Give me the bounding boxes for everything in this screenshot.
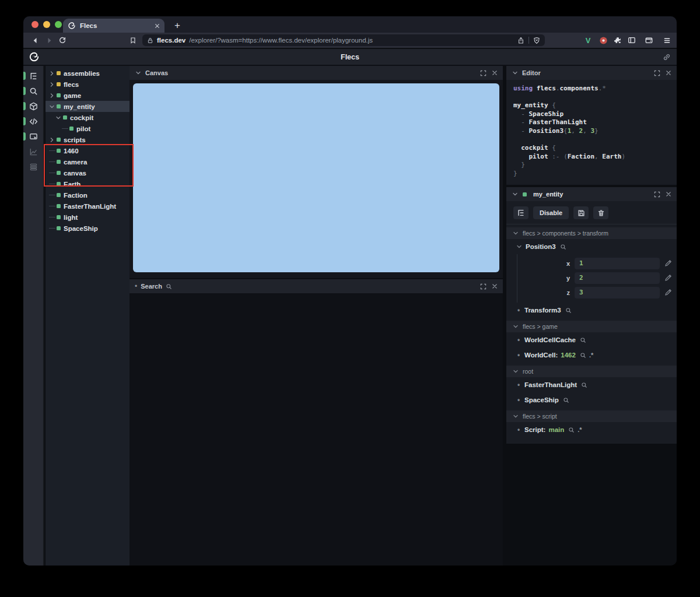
- chevron-down-icon[interactable]: [512, 191, 519, 198]
- tree-item-canvas[interactable]: canvas: [46, 167, 130, 178]
- component-row-FasterThanLight[interactable]: •FasterThanLight: [506, 377, 677, 392]
- chevron-right-icon[interactable]: [48, 92, 56, 99]
- tree-item-pilot[interactable]: pilot: [46, 123, 130, 134]
- fullscreen-icon[interactable]: [480, 70, 487, 76]
- tree-item-1460[interactable]: 1460: [46, 145, 130, 156]
- chevron-down-icon[interactable]: [516, 243, 523, 250]
- tree-item-scripts[interactable]: scripts: [46, 134, 130, 145]
- magnifier-icon[interactable]: [580, 337, 586, 343]
- close-panel-icon[interactable]: [492, 283, 498, 290]
- tree-item-game[interactable]: game: [46, 90, 130, 101]
- rail-item-entities-cube[interactable]: [23, 99, 43, 114]
- rail-item-query-search[interactable]: [23, 83, 43, 99]
- tree-item-SpaceShip[interactable]: SpaceShip: [46, 223, 130, 234]
- magnifier-icon[interactable]: [580, 352, 586, 359]
- rail-item-entity-tree[interactable]: [23, 68, 43, 83]
- component-row-Transform3[interactable]: •Transform3: [506, 303, 677, 318]
- component-row-Position3[interactable]: Position3: [506, 239, 677, 254]
- entity-tree: assembliesflecsgamemy_entitycockpitpilot…: [46, 66, 130, 566]
- inspector-section-header[interactable]: flecs > script: [506, 410, 677, 422]
- chevron-down-icon[interactable]: [54, 114, 62, 121]
- inspector-panel: my_entity Disable flecs > components > t…: [506, 187, 677, 444]
- save-button[interactable]: [573, 206, 589, 219]
- tree-item-light[interactable]: light: [46, 212, 130, 223]
- tree-item-camera[interactable]: camera: [46, 156, 130, 167]
- red-extension-icon[interactable]: [597, 34, 609, 46]
- refresh-button[interactable]: [57, 34, 68, 46]
- browser-tab[interactable]: Flecs: [63, 19, 164, 33]
- code-editor[interactable]: using flecs.components.* my_entity { - S…: [506, 80, 677, 183]
- inspector-section-header[interactable]: flecs > components > transform: [506, 227, 677, 239]
- chevron-down-icon[interactable]: [48, 103, 56, 110]
- tab-close-icon[interactable]: [155, 23, 160, 29]
- rail-item-archetype-tables[interactable]: [23, 159, 43, 174]
- fullscreen-icon[interactable]: [654, 191, 660, 198]
- magnifier-icon[interactable]: [568, 427, 575, 433]
- close-panel-icon[interactable]: [666, 191, 671, 198]
- tree-view-button[interactable]: [513, 206, 528, 219]
- edit-pencil-icon[interactable]: [664, 259, 672, 267]
- render-canvas[interactable]: [133, 83, 499, 272]
- new-tab-button[interactable]: +: [170, 19, 184, 33]
- entity-square-icon: [57, 138, 61, 142]
- chevron-down-icon[interactable]: [512, 69, 519, 76]
- tree-item-assemblies[interactable]: assemblies: [46, 68, 130, 79]
- back-button[interactable]: [29, 34, 41, 46]
- brave-shield-icon[interactable]: [533, 37, 540, 44]
- tree-item-Faction[interactable]: Faction: [46, 189, 130, 201]
- wallet-icon[interactable]: [643, 34, 654, 46]
- bookmark-icon[interactable]: [127, 34, 139, 46]
- sidebar-toggle-icon[interactable]: [626, 34, 638, 46]
- rail-item-code-editor[interactable]: [23, 114, 43, 129]
- chevron-right-icon[interactable]: [48, 81, 56, 88]
- edit-pencil-icon[interactable]: [664, 289, 672, 296]
- inspector-section-header[interactable]: root: [506, 366, 677, 377]
- vue-devtools-extension-icon[interactable]: V: [582, 34, 594, 46]
- extensions-puzzle-icon[interactable]: [612, 34, 624, 46]
- magnifier-icon[interactable]: [166, 283, 172, 290]
- close-panel-icon[interactable]: [492, 70, 498, 76]
- url-bar[interactable]: flecs.dev /explorer/?wasm=https://www.fl…: [142, 34, 545, 46]
- field-value-input[interactable]: 1: [575, 258, 660, 269]
- field-value-input[interactable]: 3: [575, 287, 660, 298]
- inspector-section-header[interactable]: flecs > game: [506, 321, 677, 332]
- editor-panel-title: Editor: [522, 69, 541, 76]
- close-window-button[interactable]: [32, 21, 38, 28]
- component-name: FasterThanLight: [524, 381, 577, 388]
- fullscreen-icon[interactable]: [480, 283, 487, 290]
- magnifier-icon[interactable]: [581, 382, 587, 388]
- disable-button[interactable]: Disable: [533, 206, 569, 219]
- pair-wildcard-label: .*: [589, 352, 593, 359]
- browser-menu-icon[interactable]: [661, 34, 673, 46]
- fullscreen-icon[interactable]: [654, 70, 660, 76]
- tree-item-label: light: [64, 214, 78, 221]
- tree-item-Earth[interactable]: Earth: [46, 178, 130, 189]
- edit-pencil-icon[interactable]: [664, 274, 672, 282]
- forward-button[interactable]: [43, 34, 55, 46]
- canvas-panel: Canvas: [130, 66, 503, 278]
- component-name: Position3: [526, 243, 556, 250]
- zoom-window-button[interactable]: [55, 21, 62, 28]
- field-value-input[interactable]: 2: [575, 272, 660, 284]
- rail-item-inspector[interactable]: [23, 129, 43, 144]
- magnifier-icon[interactable]: [565, 307, 572, 314]
- chevron-right-icon[interactable]: [48, 70, 56, 77]
- component-row-Script[interactable]: •Script:main.*: [506, 422, 677, 437]
- component-row-SpaceShip[interactable]: •SpaceShip: [506, 392, 677, 408]
- tree-item-cockpit[interactable]: cockpit: [46, 112, 130, 123]
- rail-item-statistics-chart[interactable]: [23, 144, 43, 159]
- tree-item-my_entity[interactable]: my_entity: [46, 101, 130, 112]
- delete-button[interactable]: [593, 206, 608, 219]
- component-row-WorldCellCache[interactable]: •WorldCellCache: [506, 332, 677, 347]
- tree-item-flecs[interactable]: flecs: [46, 79, 130, 90]
- close-panel-icon[interactable]: [666, 70, 671, 76]
- chevron-down-icon[interactable]: [135, 69, 142, 76]
- share-icon[interactable]: [517, 37, 524, 44]
- share-link-icon[interactable]: [663, 53, 671, 61]
- tree-item-FasterThanLight[interactable]: FasterThanLight: [46, 201, 130, 212]
- minimize-window-button[interactable]: [43, 21, 50, 28]
- chevron-right-icon[interactable]: [48, 136, 56, 143]
- component-row-WorldCell[interactable]: •WorldCell:1462.*: [506, 347, 677, 363]
- magnifier-icon[interactable]: [560, 244, 566, 250]
- magnifier-icon[interactable]: [563, 397, 569, 403]
